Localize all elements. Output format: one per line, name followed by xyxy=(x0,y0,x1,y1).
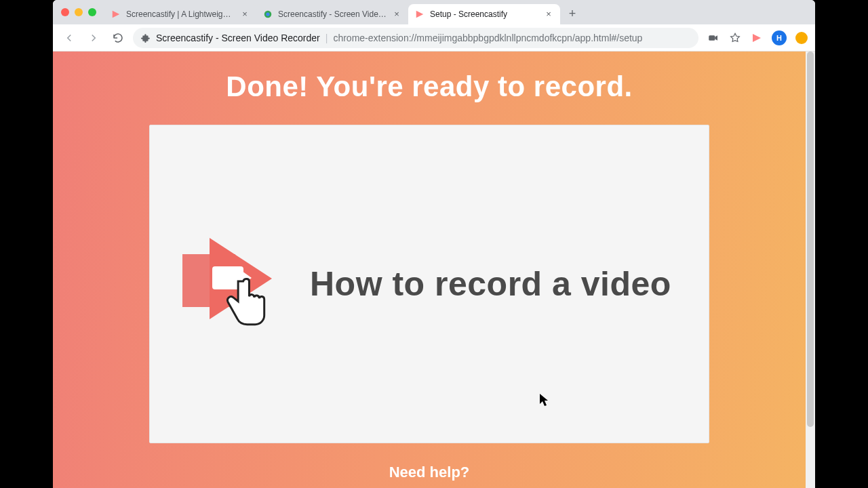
svg-marker-0 xyxy=(113,11,120,18)
reload-button[interactable] xyxy=(108,28,127,47)
toolbar: Screencastify - Screen Video Recorder | … xyxy=(53,24,815,52)
toolbar-actions: H xyxy=(704,30,808,45)
need-help-link[interactable]: Need help? xyxy=(53,464,806,481)
svg-point-2 xyxy=(266,12,269,16)
play-tutorial-icon[interactable] xyxy=(182,237,277,331)
profile-avatar[interactable]: H xyxy=(772,30,787,45)
tab-3-active[interactable]: Setup - Screencastify × xyxy=(408,4,560,24)
vertical-scrollbar[interactable] xyxy=(806,52,815,488)
scrollbar-thumb[interactable] xyxy=(807,52,814,427)
tab-title: Screencastify | A Lightweight S xyxy=(126,9,235,19)
reload-icon xyxy=(112,32,124,44)
svg-marker-5 xyxy=(715,35,717,41)
address-bar[interactable]: Screencastify - Screen Video Recorder | … xyxy=(133,28,698,48)
close-tab-icon[interactable]: × xyxy=(392,9,401,19)
back-button[interactable] xyxy=(60,28,79,47)
screencastify-favicon-icon xyxy=(111,9,121,19)
close-window-button[interactable] xyxy=(61,8,69,16)
hand-pointer-icon xyxy=(222,277,271,336)
url-text: chrome-extension://mmeijimgabbpbgpdklnll… xyxy=(333,33,642,43)
arrow-right-icon xyxy=(87,32,100,44)
tutorial-title: How to record a video xyxy=(310,264,671,304)
arrow-left-icon xyxy=(63,32,75,44)
window-controls xyxy=(58,0,100,24)
avatar-initial: H xyxy=(776,34,782,42)
svg-rect-4 xyxy=(709,35,715,41)
svg-marker-6 xyxy=(753,34,761,42)
chrome-webstore-favicon-icon xyxy=(263,9,273,19)
maximize-window-button[interactable] xyxy=(88,8,96,16)
screencastify-extension-icon[interactable] xyxy=(750,31,764,45)
tutorial-card[interactable]: How to record a video xyxy=(149,125,709,443)
tab-title: Setup - Screencastify xyxy=(430,9,538,19)
update-indicator-icon[interactable] xyxy=(795,31,808,45)
svg-marker-3 xyxy=(416,11,424,18)
minimize-window-button[interactable] xyxy=(75,8,83,16)
forward-button[interactable] xyxy=(84,28,103,47)
tab-1[interactable]: Screencastify | A Lightweight S × xyxy=(104,4,256,24)
close-tab-icon[interactable]: × xyxy=(544,9,553,19)
screencastify-favicon-icon xyxy=(415,9,425,19)
new-tab-button[interactable]: + xyxy=(563,4,582,23)
browser-window: Screencastify | A Lightweight S × Screen… xyxy=(53,0,815,488)
tab-strip: Screencastify | A Lightweight S × Screen… xyxy=(53,0,815,24)
page-heading: Done! You're ready to record. xyxy=(53,70,806,103)
extension-name: Screencastify - Screen Video Recorder xyxy=(156,33,320,43)
page-content: Done! You're ready to record. How to rec… xyxy=(53,52,815,488)
close-tab-icon[interactable]: × xyxy=(240,9,250,19)
extension-icon xyxy=(141,33,151,43)
camera-action-icon[interactable] xyxy=(707,31,720,45)
tab-2[interactable]: Screencastify - Screen Video R × xyxy=(256,4,408,24)
bookmark-star-icon[interactable] xyxy=(728,31,742,45)
tab-title: Screencastify - Screen Video R xyxy=(278,9,387,19)
tabs: Screencastify | A Lightweight S × Screen… xyxy=(104,0,582,24)
separator: | xyxy=(326,33,328,43)
